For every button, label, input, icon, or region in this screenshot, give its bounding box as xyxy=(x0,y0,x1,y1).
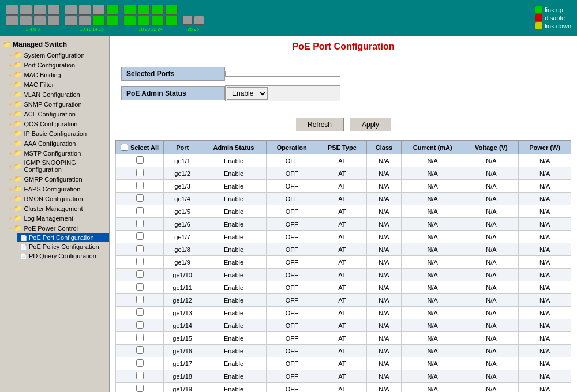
table-body: ge1/1 Enable OFF AT N/A N/A N/A N/A ge1/… xyxy=(116,154,571,393)
cell-port: ge1/1 xyxy=(164,154,201,167)
sidebar-item-eaps-config[interactable]: + 📁 EAPS Configuration xyxy=(6,184,109,194)
row-checkbox-cell[interactable] xyxy=(116,294,164,307)
row-checkbox[interactable] xyxy=(136,385,144,392)
sidebar-item-ip-basic-config[interactable]: + 📁 IP Basic Configuration xyxy=(6,129,109,138)
row-checkbox[interactable] xyxy=(136,359,144,367)
select-all-header[interactable]: Select All xyxy=(116,141,164,154)
row-checkbox-cell[interactable] xyxy=(116,345,164,357)
cell-voltage: N/A xyxy=(464,154,518,167)
row-checkbox[interactable] xyxy=(136,270,144,278)
port-14[interactable] xyxy=(92,16,105,26)
row-checkbox[interactable] xyxy=(136,207,144,214)
sidebar-root[interactable]: 📁 Managed Switch xyxy=(0,39,109,50)
row-checkbox-cell[interactable] xyxy=(116,319,164,332)
port-25[interactable] xyxy=(182,16,193,25)
row-checkbox-cell[interactable] xyxy=(116,357,164,370)
row-checkbox[interactable] xyxy=(136,156,144,164)
row-checkbox[interactable] xyxy=(136,169,144,176)
row-checkbox-cell[interactable] xyxy=(116,370,164,383)
row-checkbox[interactable] xyxy=(136,245,144,252)
cell-operation: OFF xyxy=(266,307,317,319)
sidebar-item-port-config[interactable]: + 📁 Port Configuration xyxy=(6,60,109,70)
sidebar-item-rmon-config[interactable]: + 📁 RMON Configuration xyxy=(6,194,109,203)
row-checkbox-cell[interactable] xyxy=(116,205,164,218)
row-checkbox[interactable] xyxy=(136,194,144,202)
port-17[interactable] xyxy=(123,5,136,15)
port-2[interactable] xyxy=(6,16,18,26)
port-11[interactable] xyxy=(78,5,91,15)
row-checkbox-cell[interactable] xyxy=(116,218,164,231)
row-checkbox[interactable] xyxy=(136,232,144,240)
sidebar-item-poe-policy-config[interactable]: 📄 PoE Policy Configuration xyxy=(17,242,109,251)
port-6[interactable] xyxy=(33,16,46,26)
sidebar-item-poe-port-config[interactable]: 📄 PoE Port Configuration xyxy=(17,233,109,242)
port-18[interactable] xyxy=(123,16,136,26)
row-checkbox-cell[interactable] xyxy=(116,256,164,269)
port-5[interactable] xyxy=(33,5,46,15)
row-checkbox[interactable] xyxy=(136,346,144,354)
port-24[interactable] xyxy=(165,16,178,26)
sidebar-item-qos-config[interactable]: + 📁 QOS Configuration xyxy=(6,119,109,129)
port-26[interactable] xyxy=(194,16,204,25)
sidebar-item-system-config[interactable]: + 📁 System Configuration xyxy=(6,50,109,60)
row-checkbox-cell[interactable] xyxy=(116,180,164,193)
cell-voltage: N/A xyxy=(464,319,518,332)
row-checkbox[interactable] xyxy=(136,372,144,379)
port-15[interactable] xyxy=(106,5,119,15)
port-12[interactable] xyxy=(78,16,91,26)
row-checkbox[interactable] xyxy=(136,182,144,189)
port-4[interactable] xyxy=(20,16,32,26)
sidebar-item-gmrp-config[interactable]: + 📁 GMRP Configuration xyxy=(6,174,109,184)
sidebar-item-igmp-config[interactable]: + 📁 IGMP SNOOPING Configuration xyxy=(6,158,109,174)
row-checkbox-cell[interactable] xyxy=(116,231,164,243)
row-checkbox[interactable] xyxy=(136,283,144,291)
sidebar-item-cluster-mgmt[interactable]: + 📁 Cluster Management xyxy=(6,203,109,213)
sidebar-item-pd-query-config[interactable]: 📄 PD Query Configuration xyxy=(17,251,109,261)
row-checkbox[interactable] xyxy=(136,258,144,265)
sidebar-item-snmp-config[interactable]: + 📁 SNMP Configuration xyxy=(6,99,109,109)
apply-button[interactable]: Apply xyxy=(350,118,391,131)
cell-operation: OFF xyxy=(266,281,317,294)
port-22[interactable] xyxy=(151,16,164,26)
port-7[interactable] xyxy=(47,5,60,15)
row-checkbox[interactable] xyxy=(136,334,144,341)
sidebar-item-log-mgmt[interactable]: + 📁 Log Management xyxy=(6,213,109,223)
port-9[interactable] xyxy=(65,5,77,15)
sidebar-item-vlan-config[interactable]: + 📁 VLAN Configuration xyxy=(6,89,109,99)
row-checkbox-cell[interactable] xyxy=(116,154,164,167)
sidebar-root-label: Managed Switch xyxy=(13,40,67,48)
row-checkbox[interactable] xyxy=(136,321,144,329)
row-checkbox-cell[interactable] xyxy=(116,167,164,180)
port-19[interactable] xyxy=(137,5,150,15)
cell-class: N/A xyxy=(367,243,401,256)
port-3[interactable] xyxy=(20,5,32,15)
row-checkbox-cell[interactable] xyxy=(116,307,164,319)
row-checkbox-cell[interactable] xyxy=(116,281,164,294)
row-checkbox-cell[interactable] xyxy=(116,383,164,393)
sidebar-item-poe-power-control[interactable]: − 📁 PoE Power Control xyxy=(6,223,109,233)
port-10[interactable] xyxy=(65,16,77,26)
sidebar-item-mac-binding[interactable]: + 📁 MAC Binding xyxy=(6,70,109,80)
row-checkbox-cell[interactable] xyxy=(116,193,164,205)
row-checkbox-cell[interactable] xyxy=(116,243,164,256)
row-checkbox-cell[interactable] xyxy=(116,332,164,345)
port-1[interactable] xyxy=(6,5,18,15)
port-13[interactable] xyxy=(92,5,105,15)
port-20[interactable] xyxy=(137,16,150,26)
row-checkbox-cell[interactable] xyxy=(116,269,164,281)
refresh-button[interactable]: Refresh xyxy=(295,118,344,131)
port-23[interactable] xyxy=(165,5,178,15)
sidebar-item-mstp-config[interactable]: + 📁 MSTP Configuration xyxy=(6,148,109,158)
sidebar-item-aaa-config[interactable]: + 📁 AAA Configuration xyxy=(6,138,109,148)
port-8[interactable] xyxy=(47,16,60,26)
poe-admin-status-select[interactable]: Enable Disable xyxy=(227,87,268,100)
row-checkbox[interactable] xyxy=(136,308,144,316)
row-checkbox[interactable] xyxy=(136,220,144,227)
sidebar-item-acl-config[interactable]: + 📁 ACL Configuration xyxy=(6,109,109,119)
port-16[interactable] xyxy=(106,16,119,26)
row-checkbox[interactable] xyxy=(136,296,144,303)
select-all-checkbox[interactable] xyxy=(121,144,128,151)
sidebar-item-mac-filter[interactable]: + 📁 MAC Filter xyxy=(6,80,109,89)
content-header: PoE Port Configuration xyxy=(110,36,577,58)
port-21[interactable] xyxy=(151,5,164,15)
